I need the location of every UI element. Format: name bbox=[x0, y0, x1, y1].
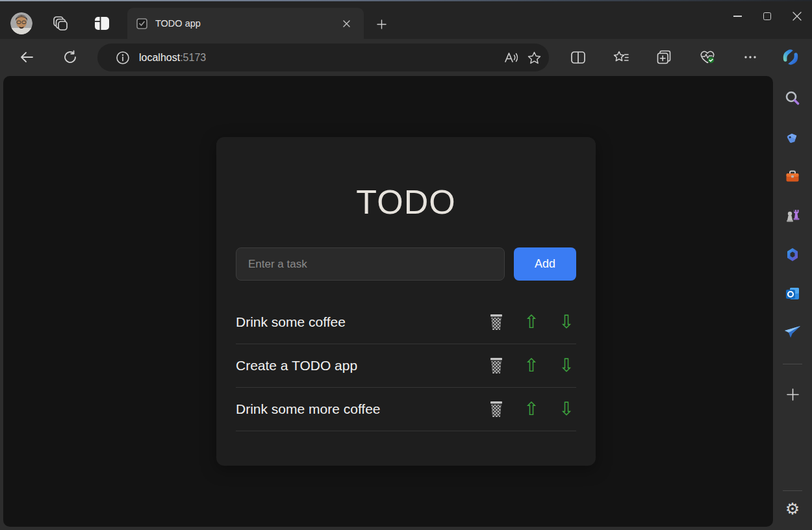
games-icon[interactable] bbox=[782, 205, 803, 226]
checkbox-favicon-icon bbox=[136, 18, 147, 29]
trash-icon bbox=[488, 313, 504, 331]
drop-icon[interactable] bbox=[782, 322, 803, 343]
back-icon[interactable] bbox=[15, 45, 38, 69]
shopping-icon[interactable] bbox=[782, 127, 803, 148]
tab-title: TODO app bbox=[155, 18, 338, 29]
move-down-button[interactable]: ⇩ bbox=[557, 355, 576, 377]
close-window-icon[interactable] bbox=[782, 0, 812, 32]
task-text: Create a TODO app bbox=[236, 358, 487, 373]
profile-avatar[interactable] bbox=[10, 12, 32, 34]
favorite-star-icon[interactable] bbox=[523, 47, 545, 69]
task-row: Drink some more coffee ⇧ ⇩ bbox=[236, 388, 576, 431]
url-port: :5173 bbox=[180, 52, 206, 63]
task-entry-row: Add bbox=[236, 247, 576, 281]
minimize-icon[interactable] bbox=[722, 0, 752, 32]
tab-actions-icon[interactable] bbox=[91, 12, 113, 34]
down-arrow-icon: ⇩ bbox=[559, 313, 574, 331]
sidebar-divider bbox=[783, 490, 802, 491]
read-aloud-icon[interactable] bbox=[501, 47, 523, 69]
more-menu-icon[interactable] bbox=[739, 45, 762, 69]
move-up-button[interactable]: ⇧ bbox=[522, 311, 541, 333]
move-up-button[interactable]: ⇧ bbox=[522, 398, 541, 420]
down-arrow-icon: ⇩ bbox=[559, 357, 574, 375]
tab-close-icon[interactable] bbox=[338, 15, 355, 32]
navigation-toolbar: localhost:5173 bbox=[0, 39, 812, 76]
move-down-button[interactable]: ⇩ bbox=[557, 311, 576, 333]
task-list: Drink some coffee ⇧ ⇩ Create a TODO app bbox=[236, 301, 576, 431]
favorites-list-icon[interactable] bbox=[609, 45, 633, 69]
page-title: TODO bbox=[216, 183, 596, 221]
task-row: Drink some coffee ⇧ ⇩ bbox=[236, 301, 576, 344]
move-down-button[interactable]: ⇩ bbox=[557, 398, 576, 420]
delete-task-button[interactable] bbox=[487, 398, 506, 420]
split-screen-icon[interactable] bbox=[566, 45, 590, 69]
collections-icon[interactable] bbox=[652, 45, 676, 69]
copilot-icon[interactable] bbox=[779, 45, 802, 69]
window-top-edge bbox=[0, 0, 812, 1]
up-arrow-icon: ⇧ bbox=[524, 313, 539, 331]
workspaces-icon[interactable] bbox=[49, 12, 71, 34]
search-icon[interactable] bbox=[782, 88, 803, 109]
settings-gear-icon[interactable]: ⚙ bbox=[782, 498, 803, 519]
m365-icon[interactable] bbox=[782, 244, 803, 265]
add-button[interactable]: Add bbox=[514, 247, 576, 281]
refresh-icon[interactable] bbox=[58, 45, 82, 69]
task-input[interactable] bbox=[236, 247, 505, 281]
new-tab-icon[interactable] bbox=[372, 15, 391, 33]
move-up-button[interactable]: ⇧ bbox=[522, 355, 541, 377]
todo-card: TODO Add Drink some coffee ⇧ bbox=[216, 137, 596, 466]
maximize-icon[interactable] bbox=[752, 0, 782, 32]
tab-strip: TODO app bbox=[0, 0, 812, 39]
trash-icon bbox=[488, 400, 504, 418]
task-row: Create a TODO app ⇧ ⇩ bbox=[236, 344, 576, 388]
up-arrow-icon: ⇧ bbox=[524, 400, 539, 418]
delete-task-button[interactable] bbox=[487, 311, 506, 333]
delete-task-button[interactable] bbox=[487, 355, 506, 377]
outlook-icon[interactable] bbox=[782, 283, 803, 304]
address-bar[interactable]: localhost:5173 bbox=[97, 44, 549, 71]
toolbox-icon[interactable] bbox=[782, 166, 803, 187]
edge-sidebar: ⚙ bbox=[773, 76, 812, 530]
trash-icon bbox=[488, 357, 504, 375]
active-tab[interactable]: TODO app bbox=[127, 8, 364, 39]
task-text: Drink some more coffee bbox=[236, 401, 487, 417]
add-apps-icon[interactable] bbox=[782, 384, 803, 405]
up-arrow-icon: ⇧ bbox=[524, 357, 539, 375]
browser-window: TODO app bbox=[0, 0, 812, 530]
sidebar-divider bbox=[783, 364, 802, 364]
down-arrow-icon: ⇩ bbox=[559, 400, 574, 418]
url-host: localhost bbox=[139, 52, 180, 63]
web-content: TODO Add Drink some coffee ⇧ bbox=[3, 76, 773, 527]
task-text: Drink some coffee bbox=[236, 314, 487, 330]
url-text[interactable]: localhost:5173 bbox=[139, 52, 501, 64]
site-info-icon[interactable] bbox=[112, 47, 134, 69]
avatar-image bbox=[10, 12, 32, 34]
browser-essentials-icon[interactable] bbox=[696, 45, 719, 69]
window-controls bbox=[722, 0, 812, 39]
